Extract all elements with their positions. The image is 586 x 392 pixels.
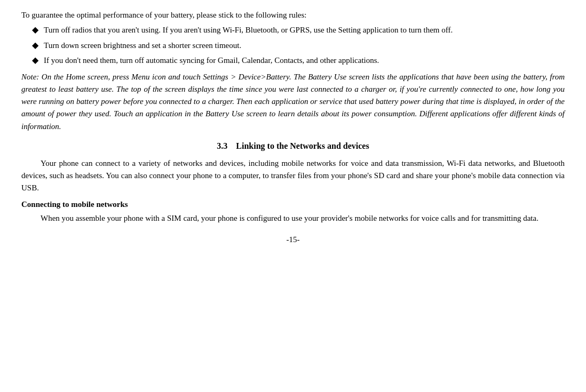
section-heading: 3.3Linking to the Networks and devices <box>21 141 565 151</box>
bullet-text-2: Turn down screen brightness and set a sh… <box>44 39 565 52</box>
bullet-text-3: If you don't need them, turn off automat… <box>44 54 565 67</box>
list-item: ◆ Turn off radios that you aren't using.… <box>32 24 565 36</box>
section-number: 3.3 <box>217 141 227 150</box>
page-content: To guarantee the optimal performance of … <box>21 11 565 244</box>
section-title: Linking to the Networks and devices <box>236 141 369 150</box>
note-block: Note: On the Home screen, press Menu ico… <box>21 71 565 133</box>
bullet-icon: ◆ <box>32 40 38 50</box>
intro-line: To guarantee the optimal performance of … <box>21 11 565 20</box>
page-number: -15- <box>21 235 565 244</box>
list-item: ◆ If you don't need them, turn off autom… <box>32 54 565 67</box>
bullet-text-1: Turn off radios that you aren't using. I… <box>44 24 565 36</box>
bullet-list: ◆ Turn off radios that you aren't using.… <box>32 24 565 67</box>
bullet-icon: ◆ <box>32 55 38 65</box>
list-item: ◆ Turn down screen brightness and set a … <box>32 39 565 52</box>
sub-paragraph: When you assemble your phone with a SIM … <box>21 212 565 225</box>
sub-heading: Connecting to mobile networks <box>21 200 565 209</box>
main-paragraph: Your phone can connect to a variety of n… <box>21 157 565 195</box>
bullet-icon: ◆ <box>32 25 38 35</box>
